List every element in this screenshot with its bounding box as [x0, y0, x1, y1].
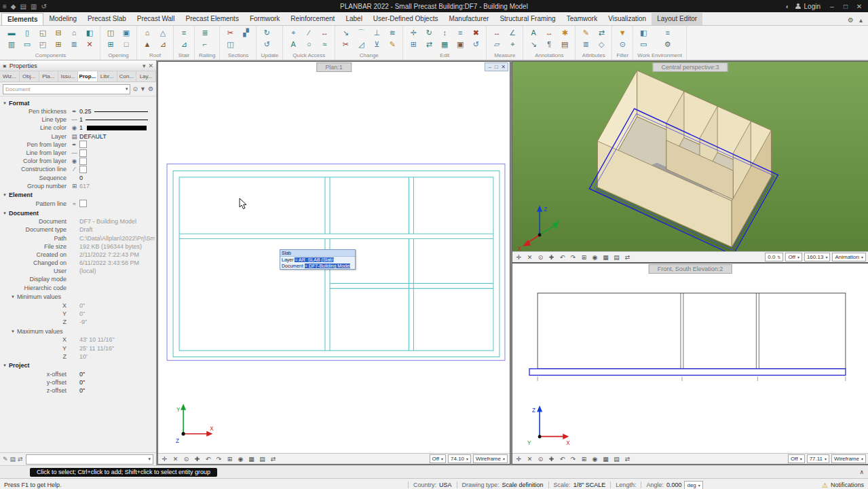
elevation-walls[interactable]	[537, 293, 846, 369]
properties-tab-issu[interactable]: Issu...	[58, 71, 78, 82]
properties-search-combo[interactable]: Document ▾	[3, 84, 130, 94]
property-subsection-maximum-values[interactable]: ▼Maximum values	[1, 327, 155, 336]
section-combo[interactable]: Off▾	[788, 454, 805, 463]
assign-attribute-icon[interactable]: ✎	[578, 28, 593, 38]
property-value[interactable]: 617	[79, 183, 155, 189]
notifications-button[interactable]: ⚠ Notifications	[822, 482, 864, 489]
property-subsection-minimum-values[interactable]: ▼Minimum values	[1, 293, 155, 302]
grid-view-icon[interactable]: ▦	[601, 456, 610, 463]
display-mode-combo[interactable]: Animation▾	[832, 253, 866, 261]
move-icon[interactable]: ✛	[406, 28, 421, 38]
zoom-section-icon[interactable]: ⊙	[536, 254, 545, 261]
property-value[interactable]: 0"	[79, 302, 155, 309]
filter-properties-icon[interactable]: ▼	[140, 86, 146, 92]
render-view-icon[interactable]: ◉	[590, 254, 599, 261]
coordinate-icon[interactable]: ⌖	[505, 39, 520, 50]
update-3d-icon[interactable]: ↻	[259, 28, 274, 38]
match-icon[interactable]: ⊙	[615, 39, 630, 50]
measure-length-icon[interactable]: ↔	[489, 28, 504, 38]
menu-tab-user-defined-objects[interactable]: User-Defined Objects	[368, 13, 444, 25]
room-icon[interactable]: ⌂	[67, 28, 81, 38]
symbol-icon[interactable]: ✱	[557, 28, 572, 38]
viewport-perspective[interactable]: Central perspective:3	[512, 61, 868, 263]
dormer-icon[interactable]: ⊿	[155, 39, 170, 50]
menu-tab-precast-wall[interactable]: Precast Wall	[132, 13, 181, 25]
property-value[interactable]: 25' 11 11/16"	[79, 345, 155, 352]
skylight-icon[interactable]: △	[155, 28, 170, 38]
stair-icon[interactable]: ≡	[176, 28, 191, 38]
property-value[interactable]: 0.25	[79, 108, 155, 115]
sheet-icon[interactable]: ▤	[612, 456, 621, 463]
array-icon[interactable]: ▦	[437, 39, 452, 50]
delete-component-icon[interactable]: ✕	[82, 39, 97, 50]
filter-icon[interactable]: ▼	[615, 28, 630, 38]
property-value[interactable]: 0"	[79, 310, 155, 317]
expand-dialog-icon[interactable]: ∧	[859, 469, 864, 475]
open-project-icon[interactable]: ▥	[31, 3, 37, 10]
zoom-section-icon[interactable]: ⊙	[536, 456, 545, 463]
favorites-icon[interactable]: ▤	[10, 456, 16, 463]
layers-icon[interactable]: ≡	[660, 28, 675, 38]
tag-icon[interactable]: ◇	[594, 39, 609, 50]
maximize-icon[interactable]: □	[839, 3, 852, 10]
close-view-icon[interactable]: ✕	[525, 456, 534, 463]
property-value[interactable]: 43' 10 11/16"	[79, 336, 155, 343]
text-block-icon[interactable]: ¶	[542, 39, 556, 50]
undo-icon[interactable]: ↺	[41, 3, 46, 10]
clipping-icon[interactable]: ▞	[238, 28, 253, 38]
mirror-icon[interactable]: ⇄	[421, 39, 436, 50]
property-section-element[interactable]: ▼Element	[1, 191, 155, 200]
section-view-icon[interactable]: ◫	[223, 39, 238, 50]
next-view-icon[interactable]: ↷	[214, 456, 223, 463]
close-viewport-icon[interactable]: ✕	[500, 63, 506, 71]
sheet-icon[interactable]: ▤	[258, 456, 267, 463]
property-value[interactable]: Draft	[79, 226, 155, 233]
minimize-viewport-icon[interactable]: –	[487, 63, 493, 71]
trim-icon[interactable]: ✂	[338, 39, 353, 50]
viewport-plan[interactable]: Plan:1 –□✕ Y	[157, 61, 510, 465]
attribute-list-icon[interactable]: ≣	[578, 39, 593, 50]
align-icon[interactable]: ≡	[453, 28, 468, 38]
property-value[interactable]: (local)	[79, 268, 155, 274]
door-icon[interactable]: ◫	[103, 28, 118, 38]
storey-icon[interactable]: ≣	[67, 39, 81, 50]
menu-tab-modeling[interactable]: Modeling	[43, 13, 82, 25]
checkbox[interactable]	[79, 141, 87, 148]
foundation-icon[interactable]: ⊟	[51, 28, 66, 38]
previous-view-icon[interactable]: ↶	[204, 456, 212, 463]
measure-icon[interactable]: ⌖	[286, 28, 301, 38]
previous-view-icon[interactable]: ↶	[558, 456, 567, 463]
display-mode-combo[interactable]: Wireframe▾	[473, 454, 508, 463]
column-icon[interactable]: ▯	[20, 28, 35, 38]
ribbon-options-icon[interactable]: ⚙	[848, 16, 854, 24]
close-view-icon[interactable]: ✕	[171, 456, 180, 463]
arrange-icon[interactable]: ⇄	[269, 456, 278, 463]
section-combo[interactable]: Off▾	[430, 454, 447, 463]
checkbox[interactable]	[79, 149, 87, 157]
viewport-elevation-title[interactable]: Front, South Elevation:2	[649, 264, 732, 274]
app-logo-icon[interactable]: ◆	[11, 3, 16, 10]
property-value[interactable]: 1	[79, 124, 155, 131]
search-icon[interactable]: ⊙	[132, 86, 138, 92]
next-view-icon[interactable]: ↷	[569, 456, 578, 463]
copy-icon[interactable]: ⊞	[406, 39, 421, 50]
menu-tab-manufacturer[interactable]: Manufacturer	[443, 13, 494, 25]
roof-covering-icon[interactable]: ▲	[140, 39, 155, 50]
environment-options-icon[interactable]: ⚙	[660, 39, 675, 50]
view-menu-icon[interactable]: ✛	[514, 254, 523, 261]
grid-view-icon[interactable]: ▦	[601, 254, 610, 261]
note-icon[interactable]: ▤	[557, 39, 572, 50]
properties-favorite-combo[interactable]: ▾	[26, 454, 153, 465]
copy-content-icon[interactable]: ⊞	[580, 456, 588, 463]
close-panel-icon[interactable]: ✕	[148, 62, 153, 69]
unit-combo[interactable]: deg▾	[684, 481, 702, 489]
slab-icon[interactable]: ◱	[35, 28, 50, 38]
ramp-icon[interactable]: ⊿	[176, 39, 191, 50]
circle-icon[interactable]: ○	[301, 39, 316, 50]
viewport-plan-title[interactable]: Plan:1	[316, 62, 352, 72]
chamfer-icon[interactable]: ◿	[354, 39, 369, 50]
properties-tab-libr[interactable]: Libr...	[98, 71, 117, 82]
reference-scale-spinner[interactable]: 0.0⇅	[765, 253, 783, 261]
menu-tab-layout-editor[interactable]: Layout Editor	[652, 13, 702, 25]
scale-combo[interactable]: 77.11▾	[807, 454, 829, 463]
